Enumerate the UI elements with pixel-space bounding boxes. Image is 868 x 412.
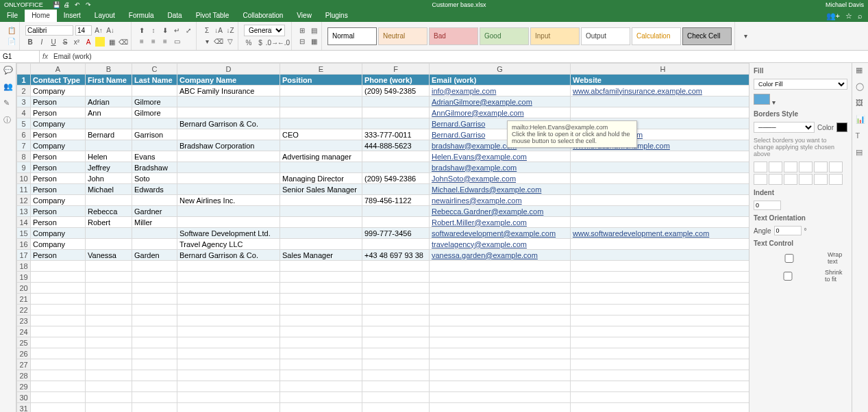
hyperlink[interactable]: www.abcfamilyinsurance.example.com bbox=[573, 87, 702, 95]
data-cell[interactable]: ABC Family Insurance bbox=[177, 86, 280, 96]
merge-icon[interactable]: ▭ bbox=[172, 37, 182, 47]
paste-icon[interactable]: 📄 bbox=[7, 37, 16, 47]
empty-cell[interactable] bbox=[86, 272, 132, 283]
col-header-G[interactable]: G bbox=[430, 64, 571, 75]
empty-cell[interactable] bbox=[280, 392, 362, 403]
empty-cell[interactable] bbox=[362, 316, 430, 326]
row-header[interactable]: 12 bbox=[17, 195, 31, 206]
hyperlink[interactable]: Bernard.Garriso bbox=[432, 131, 485, 139]
spreadsheet-grid[interactable]: ABCDEFGH1Contact TypeFirst NameLast Name… bbox=[16, 63, 749, 412]
data-cell[interactable] bbox=[280, 86, 362, 96]
border-style-select[interactable]: ──── bbox=[754, 122, 815, 133]
print-icon[interactable]: 🖨 bbox=[64, 1, 71, 8]
empty-cell[interactable] bbox=[362, 305, 430, 316]
empty-cell[interactable] bbox=[132, 326, 177, 337]
data-cell[interactable] bbox=[280, 206, 362, 217]
data-cell[interactable]: Helen bbox=[86, 151, 132, 162]
data-cell[interactable] bbox=[571, 151, 749, 162]
align-bottom-icon[interactable]: ⬇ bbox=[160, 26, 170, 36]
data-cell[interactable] bbox=[280, 140, 362, 151]
data-cell[interactable]: Person bbox=[31, 162, 86, 173]
data-cell[interactable] bbox=[86, 195, 132, 206]
data-cell[interactable]: JohnSoto@example.com bbox=[430, 173, 571, 184]
empty-cell[interactable] bbox=[132, 337, 177, 348]
row-header[interactable]: 10 bbox=[17, 173, 31, 184]
border-inner-icon[interactable] bbox=[769, 162, 782, 172]
data-cell[interactable] bbox=[177, 173, 280, 184]
border-right-icon[interactable] bbox=[784, 174, 797, 185]
data-cell[interactable]: vanessa.garden@example.com bbox=[430, 250, 571, 261]
border-diag1-icon[interactable] bbox=[814, 162, 828, 172]
currency-icon[interactable]: $ bbox=[256, 38, 265, 47]
row-header[interactable]: 16 bbox=[17, 239, 31, 250]
empty-cell[interactable] bbox=[430, 283, 571, 294]
font-color-icon[interactable]: A bbox=[84, 37, 93, 47]
data-cell[interactable]: Person bbox=[31, 250, 86, 261]
data-cell[interactable] bbox=[362, 107, 430, 118]
empty-cell[interactable] bbox=[430, 359, 571, 370]
dec-dec-icon[interactable]: ←.0 bbox=[279, 38, 288, 47]
hyperlink[interactable]: bradshaw@example.com bbox=[432, 142, 517, 150]
data-cell[interactable] bbox=[571, 107, 749, 118]
shape-settings-icon[interactable]: ◯ bbox=[856, 82, 865, 92]
empty-cell[interactable] bbox=[280, 359, 362, 370]
percent-icon[interactable]: % bbox=[244, 38, 253, 47]
sum-icon[interactable]: Σ bbox=[202, 26, 212, 36]
empty-cell[interactable] bbox=[86, 326, 132, 337]
data-cell[interactable]: Gilmore bbox=[132, 96, 177, 107]
table-format-icon[interactable]: ▦ bbox=[309, 37, 319, 47]
data-cell[interactable] bbox=[571, 195, 749, 206]
empty-cell[interactable] bbox=[571, 316, 749, 326]
empty-cell[interactable] bbox=[177, 326, 280, 337]
empty-cell[interactable] bbox=[31, 294, 86, 305]
empty-cell[interactable] bbox=[280, 283, 362, 294]
table-header-cell[interactable]: Company Name bbox=[177, 75, 280, 86]
empty-cell[interactable] bbox=[132, 316, 177, 326]
data-cell[interactable]: Gardner bbox=[132, 206, 177, 217]
empty-cell[interactable] bbox=[86, 348, 132, 359]
empty-cell[interactable] bbox=[362, 283, 430, 294]
tab-plugins[interactable]: Plugins bbox=[319, 10, 355, 22]
empty-cell[interactable] bbox=[132, 381, 177, 392]
data-cell[interactable] bbox=[280, 239, 362, 250]
empty-cell[interactable] bbox=[362, 348, 430, 359]
data-cell[interactable]: AdrianGilmore@example.com bbox=[430, 96, 571, 107]
empty-cell[interactable] bbox=[430, 326, 571, 337]
data-cell[interactable] bbox=[280, 96, 362, 107]
empty-cell[interactable] bbox=[86, 370, 132, 381]
copy-icon[interactable]: 📋 bbox=[7, 26, 16, 36]
data-cell[interactable] bbox=[86, 118, 132, 129]
border-all-icon[interactable] bbox=[784, 162, 797, 172]
row-header[interactable]: 23 bbox=[17, 316, 31, 326]
save-icon[interactable]: 💾 bbox=[53, 1, 60, 8]
hyperlink[interactable]: info@example.com bbox=[432, 87, 496, 95]
data-cell[interactable] bbox=[280, 217, 362, 228]
table-header-cell[interactable]: First Name bbox=[86, 75, 132, 86]
tab-view[interactable]: View bbox=[290, 10, 319, 22]
hyperlink[interactable]: vanessa.garden@example.com bbox=[432, 251, 538, 259]
empty-cell[interactable] bbox=[31, 392, 86, 403]
cell-style-good[interactable]: Good bbox=[480, 27, 529, 45]
empty-cell[interactable] bbox=[571, 283, 749, 294]
fill-type-select[interactable]: Color Fill bbox=[754, 79, 847, 90]
data-cell[interactable]: John bbox=[86, 173, 132, 184]
data-cell[interactable]: AnnGilmore@example.com bbox=[430, 107, 571, 118]
empty-cell[interactable] bbox=[430, 392, 571, 403]
wrap-text-checkbox[interactable]: Wrap text bbox=[754, 251, 847, 265]
tab-insert[interactable]: Insert bbox=[57, 10, 88, 22]
data-cell[interactable]: Company bbox=[31, 195, 86, 206]
empty-cell[interactable] bbox=[31, 370, 86, 381]
align-top-icon[interactable]: ⬆ bbox=[137, 26, 147, 36]
empty-cell[interactable] bbox=[86, 283, 132, 294]
super-button[interactable]: x² bbox=[72, 37, 82, 47]
data-cell[interactable] bbox=[571, 206, 749, 217]
fx-icon[interactable]: fx bbox=[40, 53, 51, 60]
data-cell[interactable]: Robert bbox=[86, 217, 132, 228]
table-header-cell[interactable]: Website bbox=[571, 75, 749, 86]
data-cell[interactable]: Person bbox=[31, 151, 86, 162]
row-header[interactable]: 18 bbox=[17, 261, 31, 272]
data-cell[interactable]: 789-456-1122 bbox=[362, 195, 430, 206]
data-cell[interactable] bbox=[571, 96, 749, 107]
data-cell[interactable]: Adrian bbox=[86, 96, 132, 107]
data-cell[interactable]: Bernard Garrison & Co. bbox=[177, 118, 280, 129]
